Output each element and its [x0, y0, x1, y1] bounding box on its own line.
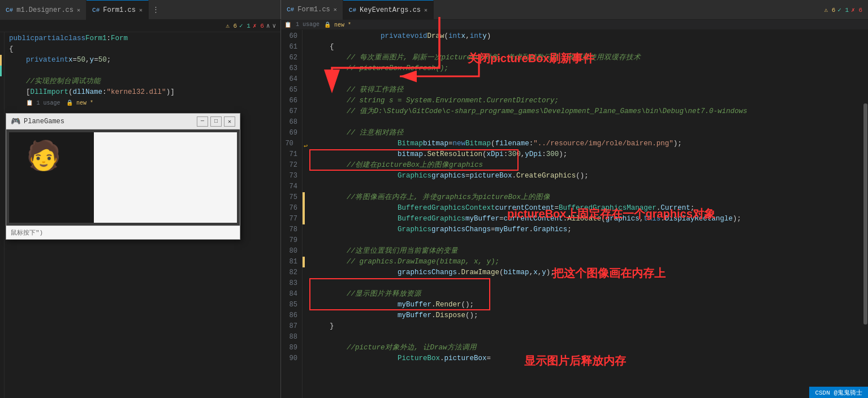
code-line-61: {	[313, 42, 868, 53]
code-line-67: // 值为D:\Study\GitCode\c-sharp_programe_g…	[313, 106, 868, 117]
error-badge: ✗ 6	[851, 6, 862, 14]
window-icon: 🎮	[11, 116, 20, 126]
game-canvas: 🧑	[9, 132, 94, 223]
tab-label-r1: Form1.cs	[297, 6, 330, 14]
tab-icon2: C#	[92, 7, 100, 14]
code-line-65: // 获得工作路径	[313, 85, 868, 96]
code-line: [DllImport(dllName: "kernel32.dll")]	[9, 87, 280, 98]
tab-label-r2: KeyEventArgs.cs	[360, 6, 421, 14]
hint-new: 🔒 new *	[324, 21, 351, 28]
window-titlebar: 🎮 PlaneGames ─ □ ✕	[6, 114, 240, 129]
tab-close-r1[interactable]: ✕	[334, 6, 337, 13]
code-line	[9, 66, 280, 76]
code-line-60: private void Draw(int x,int y)	[313, 31, 868, 42]
minimize-button[interactable]: ─	[197, 116, 208, 127]
code-line-82: graphicsChangs.DrawImage(bitmap, x, y);	[313, 267, 868, 278]
code-line-88	[313, 332, 868, 343]
right-code-container[interactable]: 60 61 62 63 64 65 66 67 68 69 70 71 72 7…	[281, 30, 868, 398]
code-line-73: Graphics graphics = pictureBox.CreateGra…	[313, 171, 868, 181]
status-text: CSDN @鬼鬼骑士	[815, 388, 862, 397]
code-line-hint: 📋 1 usage 🔒 new *	[9, 98, 280, 109]
code-line-64	[313, 74, 868, 85]
close-button[interactable]: ✕	[224, 116, 235, 127]
planegames-window[interactable]: 🎮 PlaneGames ─ □ ✕ 🧑	[6, 113, 240, 240]
scrollbar-thumb[interactable]	[863, 103, 867, 325]
err-count-left: ✗ 6	[253, 22, 264, 29]
hint-icon: 📋	[284, 21, 291, 28]
status-bar: CSDN @鬼鬼骑士	[809, 387, 868, 398]
code-line: public partial class Form1 : Form	[9, 33, 280, 44]
window-hint: 鼠标按下")	[6, 226, 240, 239]
tab-close-r2[interactable]: ✕	[424, 7, 427, 14]
nav-up[interactable]: ∧	[266, 22, 270, 29]
code-line-78: Graphics graphicsChangs = myBuffer.Graph…	[313, 224, 868, 235]
window-title: PlaneGames	[24, 118, 193, 126]
vertical-scrollbar[interactable]	[862, 30, 868, 398]
tab-icon: C#	[6, 7, 13, 14]
tab-more-left[interactable]: ⋮	[149, 0, 163, 19]
hint-text: 1 usage	[296, 21, 319, 28]
code-lines: private void Draw(int x,int y) { // 每次重画…	[309, 30, 868, 398]
right-toolbar: ⚠ 6 ✓ 1 ✗ 6	[824, 6, 868, 14]
code-line-68	[313, 117, 868, 128]
window-body: 🧑	[6, 129, 240, 226]
code-line: private int x = 50, y = 50;	[9, 55, 280, 66]
code-line-63: // pictureBox.Refresh();	[313, 63, 868, 74]
tab-form1-right[interactable]: C# Form1.cs ✕	[281, 0, 343, 20]
right-editor-panel: 📋 1 usage 🔒 new * 60 61 62 63 64 65 66 6…	[281, 20, 868, 398]
code-line-86: myBuffer.Dispose();	[313, 310, 868, 321]
tab-form1-designer[interactable]: C# m1.Designer.cs ✕	[0, 0, 87, 20]
tab-form1[interactable]: C# Form1.cs ✕	[87, 0, 149, 20]
code-line-71: bitmap.SetResolution(xDpi: 300, yDpi: 30…	[313, 149, 868, 160]
tab-icon-r2: C#	[349, 7, 356, 14]
tab-keyeventargs[interactable]: C# KeyEventArgs.cs ✕	[343, 0, 434, 20]
nav-down[interactable]: ∨	[272, 22, 276, 29]
code-line-66: // string s = System.Environment.Current…	[313, 96, 868, 106]
tab-close-icon2[interactable]: ✕	[139, 7, 142, 14]
gutter-markers: ↩	[303, 30, 309, 398]
check-count: ✓ 1	[239, 22, 251, 29]
tab-icon-r1: C#	[287, 6, 294, 13]
warning-badge: ⚠ 6	[824, 6, 836, 14]
tab-close-icon[interactable]: ✕	[77, 7, 80, 14]
warn-count: ⚠ 6	[226, 22, 237, 29]
code-line-90: PictureBox.pictureBox =	[313, 353, 868, 364]
line-numbers: 60 61 62 63 64 65 66 67 68 69 70 71 72 7…	[281, 30, 303, 398]
tab-label2: Form1.cs	[103, 6, 136, 14]
maximize-button[interactable]: □	[210, 116, 222, 127]
code-line-62: // 每次重画图片, 刷新一次pictureBox对象, 考虑到帧数问题, 我们…	[313, 53, 868, 63]
code-line-80: //这里位置我们用当前窗体的变量	[313, 246, 868, 257]
code-line: //实现控制台调试功能	[9, 76, 280, 87]
right-hint-bar: 📋 1 usage 🔒 new *	[281, 20, 868, 30]
code-line: {	[9, 44, 280, 55]
tab-label: m1.Designer.cs	[16, 6, 74, 14]
left-gutter	[0, 32, 5, 398]
window-controls: ─ □ ✕	[197, 116, 235, 127]
check-badge: ✓ 1	[837, 6, 849, 14]
left-panel-toolbar: ⚠ 6 ✓ 1 ✗ 6 ∧ ∨	[0, 20, 280, 32]
left-editor-panel: ⚠ 6 ✓ 1 ✗ 6 ∧ ∨ public partial class For…	[0, 20, 281, 398]
